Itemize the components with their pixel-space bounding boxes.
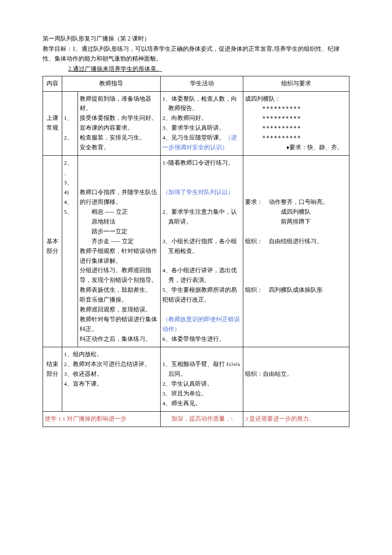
- row-routine: 上课常规 1、 2、 教师提前到场，准备场地器材。 接受体委报数，向学生问好。 …: [43, 91, 349, 156]
- row-footer: 使学 1 1 对广播操的影响进一步 加深，提高动作质量，\ 3 是还需要进一步的…: [43, 411, 349, 427]
- main-teacher: 教师口令指挥，并随学生队伍的行进而挪移。 稍息 ----- 立正 原地转法 踏步…: [78, 156, 161, 347]
- footer-mid: 加深，提高动作质量，\: [161, 411, 243, 427]
- th-student: 学生活动: [161, 76, 243, 91]
- footer-left: 使学 1 1 对广播操的影响进一步: [43, 411, 161, 427]
- routine-org: 成四列横队： ********** ********** ********** …: [243, 91, 349, 156]
- th-teacher: 教师指导: [62, 76, 161, 91]
- header-line1: 第一周队列队形复习广播操（第 2 课时）: [43, 34, 349, 44]
- routine-student: 1、体委整队，检查人数，向教师报告。 2、向教师问好。 3、要求学生认真听讲。 …: [161, 91, 243, 156]
- main-note2: （教师故意识的即使纠正错误动作）: [162, 315, 241, 334]
- table-header-row: 内容 教师指导 学生活动 组织与要求: [43, 76, 349, 91]
- row-end: 结束部分 1、组内放松。 2、教师对本次可进行总结讲评。 3、收还器材。 4、宣…: [43, 347, 349, 411]
- routine-num: 1、 2、: [62, 91, 78, 156]
- main-student: 1>随着教师口令进行练习。 （加强了学生对队列认以） 2、要求学生注意力集中，认…: [161, 156, 243, 347]
- footer-right: 3 是还需要进一步的努力。: [243, 411, 349, 427]
- main-org-text: 动作整齐，口号响亮。 成四列横队 前两排蹲下 自由结组进行练习。 四列横队成体操…: [267, 156, 349, 347]
- main-org-labels: 要求： 组织： 组织：: [243, 156, 268, 347]
- end-student: 1、互相颤动手臂、敲打 f≤⅛⅛后同。 2、学生认真听讲。 3、班且为单位。 4…: [161, 347, 243, 411]
- th-org: 组织与要求: [243, 76, 349, 91]
- main-note1: （加强了学生对队列认以）: [162, 188, 241, 198]
- header-line3: 2.通过广播操来培养学生的形体美。: [43, 64, 349, 74]
- section-main: 基本部分: [43, 156, 62, 347]
- row-main: 基本部分 2、 、 3、 4) 4、 5、 教师口令指挥，并随学生队伍的行进而挪…: [43, 156, 349, 347]
- lesson-table: 内容 教师指导 学生活动 组织与要求 上课常规 1、 2、 教师提前到场，准备场…: [43, 76, 349, 427]
- routine-req-part1: ♦要求：快、静、齐。: [245, 143, 347, 153]
- main-num: 2、 、 3、 4) 4、 5、: [62, 156, 78, 347]
- end-org: 组织：自由站立。: [243, 347, 349, 411]
- end-teacher: 1、组内放松。 2、教师对本次可进行总结讲评。 3、收还器材。 4、宣布下课。: [62, 347, 161, 411]
- section-end: 结束部分: [43, 347, 62, 411]
- header-line2: 教学目标：1、通过队列队形练习，可以培养学生正确的身体姿式，促进身体的正常发育,…: [43, 44, 349, 64]
- routine-teacher: 教师提前到场，准备场地器材。 接受体委报数，向学生问好。 宣布课的内容要求。 检…: [78, 91, 161, 156]
- th-section: 内容: [43, 76, 62, 91]
- section-routine: 上课常规: [43, 91, 62, 156]
